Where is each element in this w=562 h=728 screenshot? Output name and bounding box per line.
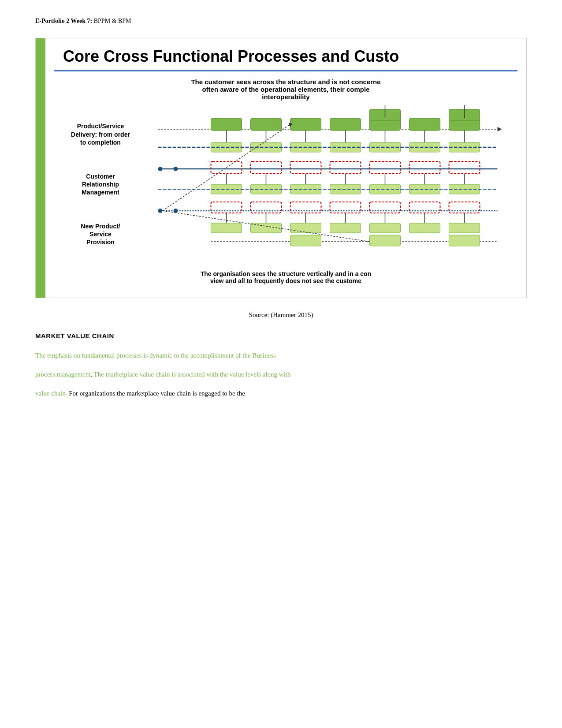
svg-rect-52 — [211, 202, 242, 213]
svg-rect-2 — [211, 118, 242, 131]
svg-rect-32 — [409, 161, 440, 174]
svg-rect-69 — [330, 223, 361, 233]
svg-point-51 — [174, 209, 178, 213]
svg-rect-57 — [409, 202, 440, 213]
diagram-body: Product/ServiceDelivery: from orderto co… — [54, 105, 517, 264]
svg-point-26 — [174, 167, 178, 171]
svg-rect-77 — [370, 235, 401, 246]
bottom-line2: view and all to frequently does not see … — [210, 277, 361, 284]
svg-rect-78 — [449, 235, 480, 246]
svg-rect-5 — [330, 118, 361, 131]
customer-line1: The customer sees across the structure a… — [191, 78, 380, 86]
diagram-title: Core Cross Functional Processes and Cust… — [54, 47, 517, 66]
svg-rect-29 — [290, 161, 321, 174]
source-citation: Source: (Hammer 2015) — [35, 311, 527, 319]
diagram-separator — [54, 70, 517, 71]
para2-green-2: The marketplace value chain is associate… — [92, 371, 290, 378]
svg-rect-72 — [449, 223, 480, 233]
svg-point-25 — [158, 167, 163, 171]
svg-point-50 — [158, 209, 163, 213]
diagram-inner: Core Cross Functional Processes and Cust… — [36, 38, 526, 298]
svg-rect-53 — [251, 202, 282, 213]
customer-line2: often aware of the operational elements,… — [202, 86, 369, 93]
header-bold: E-Portfolio 2 Week 7: — [35, 18, 92, 24]
customer-text: The customer sees across the structure a… — [54, 78, 517, 101]
left-labels: Product/ServiceDelivery: from orderto co… — [59, 105, 147, 264]
body-paragraph-3: value chain. For organizations the marke… — [35, 386, 527, 401]
left-accent-bar — [36, 38, 45, 298]
svg-rect-3 — [251, 118, 282, 131]
diagram-container: Core Cross Functional Processes and Cust… — [35, 38, 527, 298]
para2-green-1: process management — [35, 371, 90, 378]
svg-rect-56 — [370, 202, 401, 213]
para3-black: For organizations the marketplace value … — [67, 390, 245, 397]
svg-marker-1 — [498, 127, 502, 131]
page-header: E-Portfolio 2 Week 7: BPPM & BPM — [35, 18, 527, 25]
svg-rect-55 — [330, 202, 361, 213]
svg-rect-28 — [251, 161, 282, 174]
header-normal: BPPM & BPM — [92, 18, 131, 24]
svg-rect-71 — [409, 223, 440, 233]
svg-rect-33 — [449, 161, 480, 174]
bottom-line1: The organisation sees the structure vert… — [201, 270, 371, 277]
label-product-service: Product/ServiceDelivery: from orderto co… — [63, 122, 138, 146]
customer-line3: interoperability — [262, 93, 309, 101]
svg-rect-7 — [409, 118, 440, 131]
label-customer-relationship: CustomerRelationshipManagement — [63, 172, 138, 197]
process-svg — [147, 105, 513, 264]
svg-rect-31 — [370, 161, 401, 174]
source-label: Source: (Hammer 2015) — [249, 311, 313, 318]
body-paragraph-1: The emphasis on fundamental processes is… — [35, 348, 527, 363]
body-paragraph-2: process management. The marketplace valu… — [35, 367, 527, 382]
svg-rect-68 — [290, 223, 321, 233]
svg-rect-54 — [290, 202, 321, 213]
svg-rect-4 — [290, 118, 321, 131]
para3-green: value chain. — [35, 390, 67, 397]
svg-rect-76 — [290, 235, 321, 246]
svg-rect-66 — [211, 223, 242, 233]
label-new-product: New Product/ServiceProvision — [63, 222, 138, 246]
page: E-Portfolio 2 Week 7: BPPM & BPM Core Cr… — [0, 0, 562, 728]
svg-rect-70 — [370, 223, 401, 233]
section-heading: MARKET VALUE CHAIN — [35, 332, 527, 340]
diagram-content: Core Cross Functional Processes and Cust… — [45, 38, 526, 298]
svg-rect-58 — [449, 202, 480, 213]
para1-green: The emphasis on fundamental processes is… — [35, 352, 276, 359]
svg-rect-30 — [330, 161, 361, 174]
bottom-text: The organisation sees the structure vert… — [54, 266, 517, 289]
grid-area — [147, 105, 513, 264]
